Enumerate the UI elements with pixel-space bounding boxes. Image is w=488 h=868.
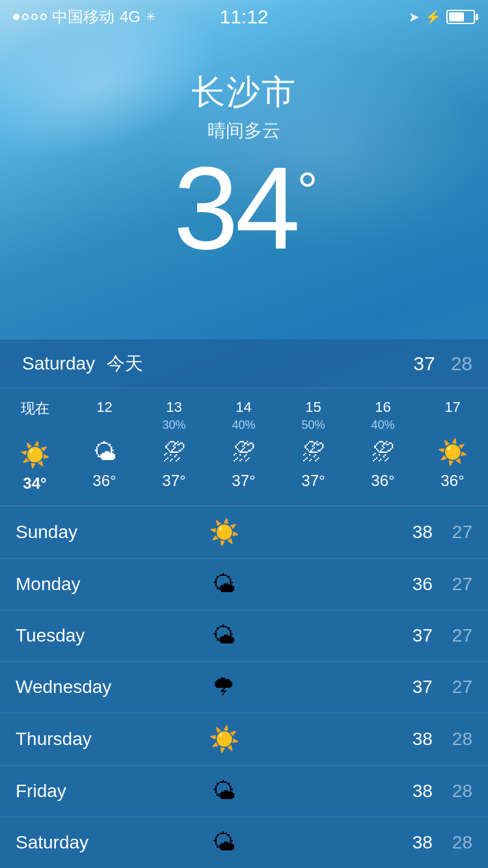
hour-icon: ⛈ (278, 438, 348, 467)
daily-forecast: Sunday ☀️ 38 27 Monday 🌤 36 27 Tuesday 🌤… (0, 506, 488, 868)
location-icon: ➤ (409, 9, 420, 25)
daily-item: Wednesday 🌩 37 27 (0, 662, 488, 713)
daily-high: 37 (413, 625, 433, 646)
daily-temps: 38 28 (250, 729, 472, 750)
daily-high: 38 (413, 781, 433, 802)
city-name: 长沙市 (0, 70, 488, 115)
current-temperature: 34° (0, 150, 488, 267)
hour-temp: 34° (0, 474, 70, 493)
battery-indicator (446, 10, 475, 24)
daily-item: Thursday ☀️ 38 28 (0, 713, 488, 766)
daily-temps: 36 27 (250, 574, 472, 595)
hour-label: 16 (348, 399, 418, 416)
day-name: Saturday (22, 353, 95, 373)
signal-dot-4 (40, 14, 47, 20)
hour-temp: 37° (278, 472, 348, 490)
daily-temps: 38 28 (250, 781, 472, 802)
hour-icon: ⛈ (139, 438, 209, 467)
daily-high: 38 (413, 832, 433, 853)
today-label: Saturday 今天 (16, 351, 143, 376)
status-right: ➤ ⚡ (409, 9, 475, 25)
status-bar: 中国移动 4G ✳ 11:12 ➤ ⚡ (0, 0, 488, 31)
hour-precip: 50% (278, 418, 348, 433)
hour-item: 现在 ☀️ 34° (0, 399, 70, 493)
hour-icon: ⛈ (348, 438, 418, 467)
today-chinese: 今天 (107, 353, 143, 373)
daily-high: 37 (413, 677, 433, 698)
daily-temps: 38 27 (250, 522, 472, 543)
hour-item: 12 🌤 36° (70, 399, 139, 493)
hour-temp: 37° (209, 472, 278, 490)
daily-item: Saturday 🌤 38 28 (0, 817, 488, 868)
hour-temp: 36° (70, 472, 139, 490)
hour-precip (0, 421, 70, 435)
daily-high: 38 (413, 729, 433, 750)
signal-dots (13, 14, 47, 20)
daily-low: 27 (452, 625, 472, 646)
hour-label: 13 (139, 399, 209, 416)
daily-icon: ☀️ (198, 518, 250, 547)
daily-low: 27 (452, 522, 472, 543)
daily-item: Friday 🌤 38 28 (0, 766, 488, 817)
hourly-row[interactable]: 现在 ☀️ 34° 12 🌤 36° 13 30% ⛈ 37° 14 40% ⛈… (0, 388, 488, 506)
signal-dot-1 (13, 14, 20, 20)
today-low: 28 (451, 353, 472, 375)
daily-day: Wednesday (16, 677, 198, 698)
temp-unit: ° (297, 162, 315, 220)
weather-main: 长沙市 晴间多云 34° (0, 31, 488, 267)
hour-icon: ⛈ (209, 438, 278, 467)
signal-dot-3 (31, 14, 38, 20)
daily-low: 28 (452, 729, 472, 750)
hour-icon: ☀️ (418, 438, 487, 467)
network-label: 4G (120, 8, 141, 26)
daily-high: 36 (413, 574, 433, 595)
hour-item: 15 50% ⛈ 37° (278, 399, 348, 493)
daily-day: Sunday (16, 522, 198, 543)
daily-low: 27 (452, 677, 472, 698)
carrier-label: 中国移动 (52, 7, 115, 27)
hour-precip (418, 418, 487, 433)
daily-icon: ☀️ (198, 725, 250, 753)
daily-high: 38 (413, 522, 433, 543)
battery-fill (449, 12, 464, 21)
hour-precip: 40% (348, 418, 418, 433)
signal-dot-2 (22, 14, 29, 20)
hour-item: 16 40% ⛈ 36° (348, 399, 418, 493)
daily-icon: 🌤 (198, 778, 250, 805)
today-high: 37 (413, 353, 435, 375)
daily-day: Tuesday (16, 625, 198, 646)
hour-item: 17 ☀️ 36° (418, 399, 487, 493)
hour-label: 现在 (0, 399, 70, 418)
daily-icon: 🌤 (198, 571, 250, 598)
daily-day: Thursday (16, 729, 198, 750)
daily-icon: 🌤 (198, 829, 250, 856)
hour-temp: 36° (348, 472, 418, 490)
hour-item: 13 30% ⛈ 37° (139, 399, 209, 493)
daily-icon: 🌩 (198, 673, 250, 701)
daily-low: 28 (452, 832, 472, 853)
today-row: Saturday 今天 37 28 (0, 340, 488, 388)
daily-item: Tuesday 🌤 37 27 (0, 610, 488, 662)
hour-label: 12 (70, 399, 139, 416)
daily-temps: 37 27 (250, 625, 472, 646)
temp-value: 34 (173, 142, 297, 273)
hour-label: 17 (418, 399, 487, 416)
daily-item: Monday 🌤 36 27 (0, 559, 488, 610)
hour-label: 15 (278, 399, 348, 416)
daily-day: Friday (16, 781, 198, 802)
brightness-icon: ✳ (146, 10, 156, 24)
hour-icon: ☀️ (0, 441, 70, 469)
status-left: 中国移动 4G ✳ (13, 7, 156, 27)
hour-icon: 🌤 (70, 438, 139, 467)
daily-day: Monday (16, 574, 198, 595)
hour-label: 14 (209, 399, 278, 416)
hour-precip (70, 418, 139, 433)
today-temps: 37 28 (413, 353, 472, 375)
hour-temp: 36° (418, 472, 487, 490)
daily-low: 28 (452, 781, 472, 802)
daily-icon: 🌤 (198, 622, 250, 649)
bluetooth-icon: ⚡ (425, 9, 441, 25)
hour-precip: 40% (209, 418, 278, 433)
weather-condition: 晴间多云 (0, 118, 488, 143)
hour-precip: 30% (139, 418, 209, 433)
